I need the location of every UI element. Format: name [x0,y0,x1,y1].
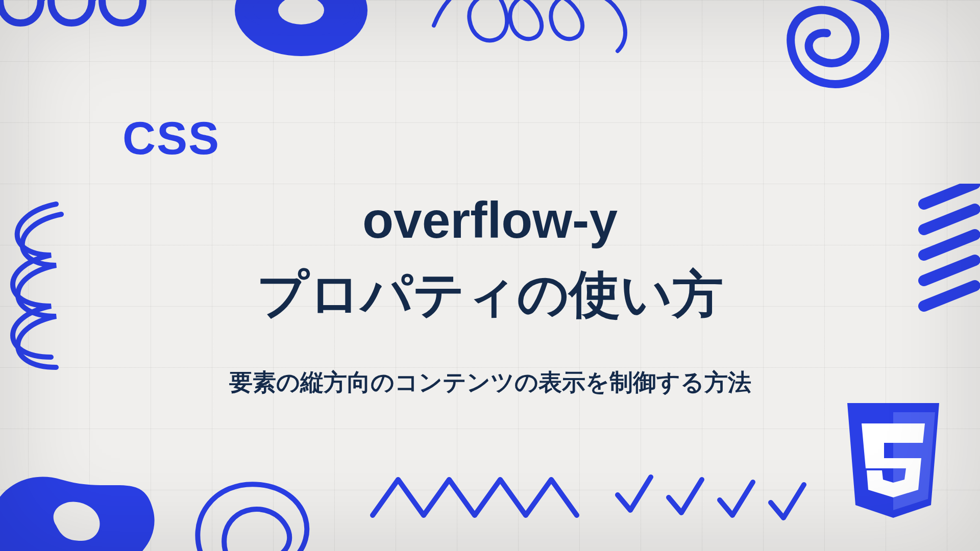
title-line-2: プロパティの使い方 [257,265,723,322]
title-line-1: overflow-y [362,191,618,248]
subtitle: 要素の縦方向のコンテンツの表示を制御する方法 [229,367,751,398]
main-title: overflow-y プロパティの使い方 [257,183,723,331]
content-area: CSS overflow-y プロパティの使い方 要素の縦方向のコンテンツの表示… [0,0,980,551]
category-label: CSS [122,112,220,165]
